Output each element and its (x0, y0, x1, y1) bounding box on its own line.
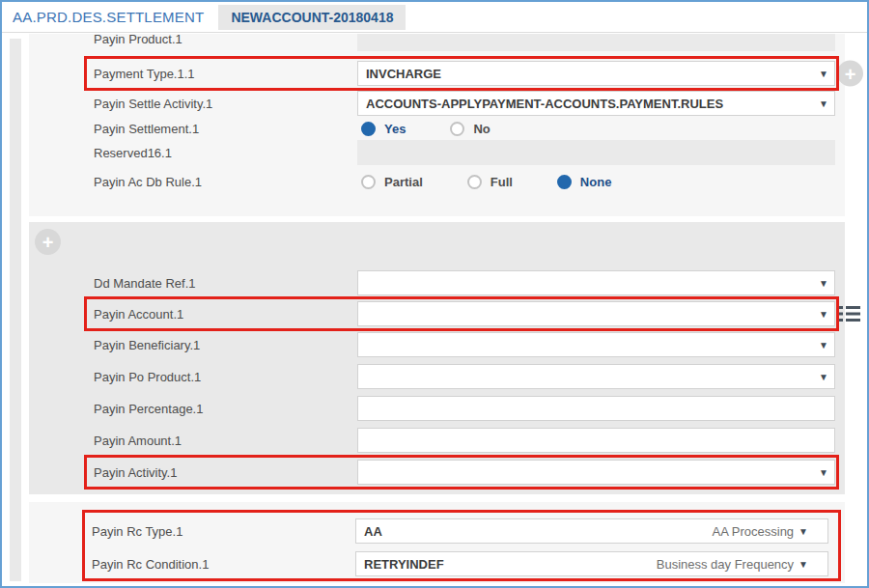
add-icon[interactable]: + (837, 61, 863, 87)
reserved16-1-readonly-field (357, 140, 835, 165)
field-label: Payin Po Product.1 (94, 370, 357, 384)
enrichment-label: AA Processing (713, 524, 795, 539)
clipped-row-content: Payin Product.1 (94, 34, 835, 51)
row-payin-account-1: Payin Account.1▼ (94, 301, 835, 326)
section-payin-details: +Dd Mandate Ref.1▼Payin Account.1▼Payin … (29, 222, 845, 494)
row-dd-mandate-ref-1: Dd Mandate Ref.1▼ (94, 270, 835, 295)
payin-po-product-1-dropdown[interactable]: ▼ (357, 364, 835, 389)
field-label: Payin Beneficiary.1 (94, 338, 357, 352)
radio-option-full[interactable]: Full (467, 175, 513, 189)
row-payin-percentage-1: Payin Percentage.1 (94, 396, 835, 421)
payin-activity-1-dropdown[interactable]: ▼ (357, 460, 835, 485)
field-payin-settle-activity-1: ACCOUNTS-APPLYPAYMENT-ACCOUNTS.PAYMENT.R… (357, 91, 835, 116)
field-label: Payin Settlement.1 (94, 122, 357, 136)
field-label: Payin Rc Condition.1 (92, 557, 355, 572)
left-scrollbar-track[interactable] (10, 39, 21, 581)
radio-label: No (473, 122, 490, 136)
radio-option-partial[interactable]: Partial (361, 175, 423, 189)
payin-rc-type-1-combo[interactable]: AAAA Processing▼ (355, 518, 828, 544)
field-label: Payment Type.1.1 (94, 67, 357, 81)
field-payment-type-1-1: INVCHARGE▼+ (357, 61, 835, 86)
field-label: Payin Activity.1 (94, 465, 357, 480)
radio-option-yes[interactable]: Yes (361, 122, 406, 136)
radio-circle-icon (361, 175, 376, 189)
radio-label: Full (491, 175, 513, 189)
field-reserved16-1 (357, 140, 835, 165)
field-payin-beneficiary-1: ▼ (357, 332, 835, 357)
row-payin-amount-1: Payin Amount.1 (94, 428, 835, 453)
payin-amount-1-input[interactable] (357, 428, 835, 453)
payin-settle-activity-1-dropdown[interactable]: ACCOUNTS-APPLYPAYMENT-ACCOUNTS.PAYMENT.R… (357, 91, 835, 116)
field-dd-mandate-ref-1: ▼ (357, 270, 835, 295)
field-value: AA (364, 524, 382, 539)
payin-beneficiary-1-dropdown[interactable]: ▼ (357, 332, 835, 357)
field-payin-product-1 (357, 34, 835, 51)
row-reserved16-1: Reserved16.1 (94, 140, 835, 165)
section-payin-rc: Payin Rc Type.1AAAA Processing▼Payin Rc … (29, 502, 845, 583)
chevron-down-icon: ▼ (819, 467, 828, 478)
radio-circle-icon (361, 122, 376, 136)
payment-type-1-1-dropdown[interactable]: INVCHARGE▼ (357, 61, 835, 86)
chevron-down-icon: ▼ (819, 98, 828, 109)
chevron-down-icon: ▼ (819, 309, 828, 320)
payin-product-1-readonly-field (357, 34, 835, 51)
chevron-down-icon: ▼ (819, 340, 828, 350)
field-label: Payin Ac Db Rule.1 (94, 175, 357, 189)
chevron-down-icon: ▼ (799, 559, 808, 570)
field-payin-rc-condition-1: RETRYINDEFBusiness day Frequency▼ (355, 551, 828, 576)
row-payment-type-1-1: Payment Type.1.1INVCHARGE▼+ (94, 61, 835, 86)
field-label: Payin Product.1 (94, 34, 357, 46)
row-payin-beneficiary-1: Payin Beneficiary.1▼ (94, 332, 835, 357)
row-payin-ac-db-rule-1: Payin Ac Db Rule.1PartialFullNone (94, 175, 835, 189)
chevron-down-icon: ▼ (819, 278, 828, 289)
field-payin-account-1: ▼ (357, 301, 835, 326)
section-settlement-fields-top: Payin Product.1Payment Type.1.1INVCHARGE… (29, 34, 845, 216)
field-payin-po-product-1: ▼ (357, 364, 835, 389)
chevron-down-icon: ▼ (819, 372, 828, 382)
radio-label: Partial (384, 175, 423, 189)
window-header: AA.PRD.DES.SETTLEMENT NEWACCOUNT-2018041… (2, 2, 867, 33)
radio-circle-icon (450, 122, 464, 136)
row-payin-product-1: Payin Product.1 (94, 34, 835, 53)
field-value: ACCOUNTS-APPLYPAYMENT-ACCOUNTS.PAYMENT.R… (366, 97, 723, 111)
field-label: Payin Account.1 (94, 307, 357, 322)
payin-rc-condition-1-combo[interactable]: RETRYINDEFBusiness day Frequency▼ (355, 551, 828, 576)
field-value: RETRYINDEF (364, 557, 444, 572)
enrichment-label: Business day Frequency (657, 557, 794, 572)
row-payin-po-product-1: Payin Po Product.1▼ (94, 364, 835, 389)
radio-circle-icon (467, 175, 482, 189)
field-label: Payin Rc Type.1 (92, 524, 355, 539)
chevron-down-icon: ▼ (819, 69, 828, 79)
payin-account-1-dropdown[interactable]: ▼ (357, 301, 835, 326)
chevron-down-icon: ▼ (799, 526, 808, 537)
row-payin-activity-1: Payin Activity.1▼ (94, 460, 835, 485)
field-payin-rc-type-1: AAAA Processing▼ (355, 518, 828, 544)
row-payin-settle-activity-1: Payin Settle Activity.1ACCOUNTS-APPLYPAY… (94, 91, 835, 116)
radio-label: None (580, 175, 612, 189)
dd-mandate-ref-1-dropdown[interactable]: ▼ (357, 270, 835, 295)
radio-circle-icon (557, 175, 572, 189)
field-label: Reserved16.1 (94, 146, 357, 160)
row-payin-settlement-1: Payin Settlement.1YesNo (94, 122, 835, 136)
radio-label: Yes (384, 122, 406, 136)
field-payin-amount-1 (357, 428, 835, 453)
row-payin-rc-condition-1: Payin Rc Condition.1RETRYINDEFBusiness d… (92, 551, 828, 576)
highlight-frame: Payin Rc Type.1AAAA Processing▼Payin Rc … (82, 510, 841, 581)
row-payin-rc-type-1: Payin Rc Type.1AAAA Processing▼ (92, 518, 828, 544)
field-label: Dd Mandate Ref.1 (94, 276, 357, 291)
field-label: Payin Amount.1 (94, 434, 357, 448)
tab-newaccount[interactable]: NEWACCOUNT-20180418 (218, 5, 406, 30)
field-payin-ac-db-rule-1: PartialFullNone (357, 175, 835, 189)
payin-ac-db-rule-1-radio-group: PartialFullNone (357, 175, 611, 189)
payin-settlement-1-radio-group: YesNo (357, 122, 491, 136)
field-payin-settlement-1: YesNo (357, 122, 835, 136)
page-title: AA.PRD.DES.SETTLEMENT (13, 9, 204, 25)
add-icon[interactable]: + (35, 229, 61, 255)
field-label: Payin Settle Activity.1 (94, 97, 357, 111)
radio-option-no[interactable]: No (450, 122, 490, 136)
field-payin-percentage-1 (357, 396, 835, 421)
list-icon[interactable] (839, 304, 860, 323)
radio-option-none[interactable]: None (557, 175, 612, 189)
payin-percentage-1-input[interactable] (357, 396, 835, 421)
field-value: INVCHARGE (366, 67, 441, 81)
